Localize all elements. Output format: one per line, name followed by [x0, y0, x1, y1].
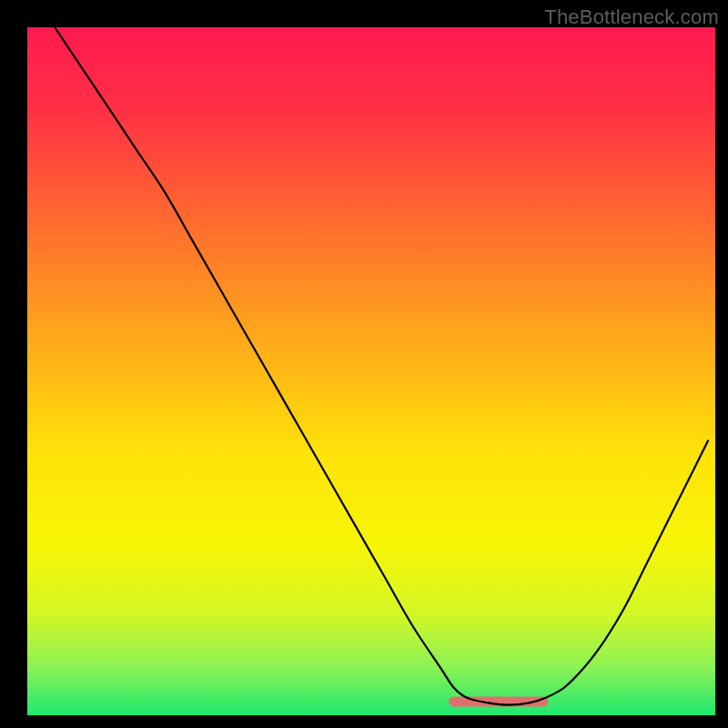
- chart-container: TheBottleneck.com: [0, 0, 728, 728]
- bottleneck-chart: [0, 0, 728, 728]
- plot-background: [27, 27, 715, 715]
- watermark: TheBottleneck.com: [544, 5, 719, 29]
